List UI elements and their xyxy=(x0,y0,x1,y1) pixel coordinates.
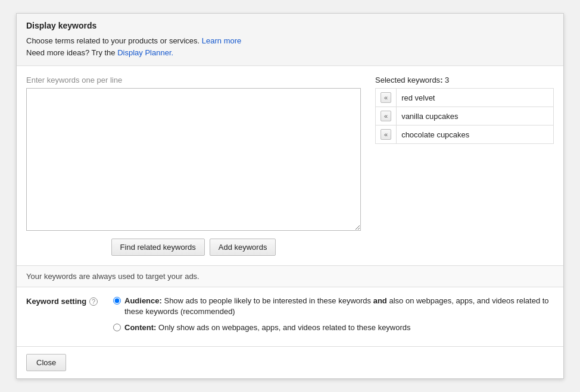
keyword-setting-help-icon[interactable]: ? xyxy=(89,297,98,306)
ks-options: Audience: Show ads to people likely to b… xyxy=(113,296,554,338)
remove-keyword-button[interactable]: « xyxy=(381,129,391,140)
table-row: « vanilla cupcakes xyxy=(376,107,554,126)
content-option: Content: Only show ads on webpages, apps… xyxy=(113,322,554,333)
display-keywords-dialog: Display keywords Choose terms related to… xyxy=(16,13,564,379)
enter-keywords-label: Enter keywords one per line xyxy=(26,76,122,84)
selected-keywords-header: Selected keywords: 3 xyxy=(375,76,554,84)
table-row: « chocolate cupcakes xyxy=(376,126,554,144)
dialog-title: Display keywords xyxy=(26,21,554,30)
dialog-footer: Close xyxy=(17,347,563,378)
content-label: Content: Only show ads on webpages, apps… xyxy=(124,322,411,333)
remove-keyword-cell: « xyxy=(376,107,397,126)
audience-label: Audience: Show ads to people likely to b… xyxy=(124,296,554,317)
description-line2: Need more ideas? Try the Display Planner… xyxy=(26,47,554,59)
dialog-notice: Your keywords are always used to target … xyxy=(17,266,563,287)
selected-keywords-table: « red velvet « vanilla cupcakes « chocol… xyxy=(375,88,554,144)
ks-row: Keyword setting ? Audience: Show ads to … xyxy=(26,296,554,338)
dialog-body: Enter keywords one per line Find related… xyxy=(17,66,563,266)
remove-keyword-cell: « xyxy=(376,89,397,107)
content-radio[interactable] xyxy=(113,324,121,331)
description-line1: Choose terms related to your products or… xyxy=(26,35,554,47)
remove-keyword-button[interactable]: « xyxy=(381,111,391,121)
selected-keywords-section: Selected keywords: 3 « red velvet « vani… xyxy=(375,76,554,256)
remove-keyword-cell: « xyxy=(376,126,397,144)
keyword-setting-label: Keyword setting ? xyxy=(26,296,104,306)
table-row: « red velvet xyxy=(376,89,554,107)
keyword-text: red velvet xyxy=(397,89,554,107)
dialog-header: Display keywords Choose terms related to… xyxy=(17,14,563,66)
remove-keyword-button[interactable]: « xyxy=(381,92,391,103)
keyword-text: vanilla cupcakes xyxy=(397,107,554,126)
keyword-area: Enter keywords one per line Find related… xyxy=(26,76,554,256)
keywords-textarea[interactable] xyxy=(26,88,361,231)
keyword-text: chocolate cupcakes xyxy=(397,126,554,144)
button-row: Find related keywords Add keywords xyxy=(26,239,361,256)
add-keywords-button[interactable]: Add keywords xyxy=(210,239,276,256)
audience-option: Audience: Show ads to people likely to b… xyxy=(113,296,554,317)
learn-more-link[interactable]: Learn more xyxy=(202,36,241,45)
keyword-setting-section: Keyword setting ? Audience: Show ads to … xyxy=(17,287,563,347)
find-related-keywords-button[interactable]: Find related keywords xyxy=(111,239,205,256)
close-button[interactable]: Close xyxy=(26,354,66,371)
enter-keywords-section: Enter keywords one per line Find related… xyxy=(26,76,361,256)
audience-radio[interactable] xyxy=(113,297,121,305)
display-planner-link[interactable]: Display Planner. xyxy=(117,48,173,57)
